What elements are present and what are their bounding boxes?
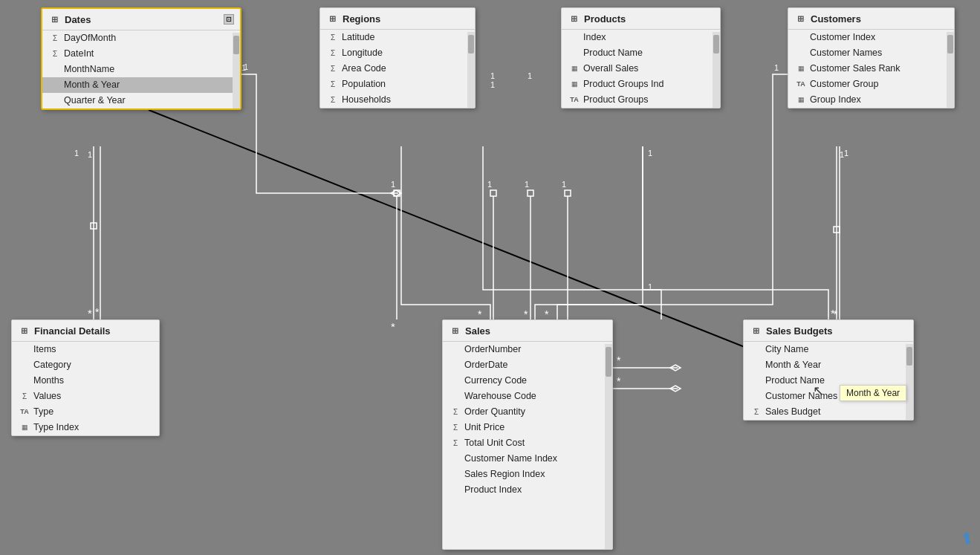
sigma-icon: Σ <box>50 50 60 58</box>
svg-rect-40 <box>91 223 97 229</box>
table-row[interactable]: Σ DateInt <box>42 46 240 62</box>
svg-text:1: 1 <box>844 149 848 158</box>
table-row[interactable]: OrderNumber <box>443 342 612 357</box>
sigma-icon: Σ <box>328 80 338 88</box>
ta-icon: TA <box>19 408 30 415</box>
ta-icon: TA <box>569 96 580 103</box>
regions-title: Regions <box>343 13 380 25</box>
table-row[interactable]: City Name <box>744 342 913 357</box>
svg-marker-12 <box>670 365 681 371</box>
table-row[interactable]: ▦ Group Index <box>788 92 954 108</box>
table-row[interactable]: Σ Order Quantity <box>443 404 612 420</box>
sales-table[interactable]: ⊞ Sales OrderNumber OrderDate Currency C… <box>442 319 613 550</box>
svg-text:*: * <box>95 306 100 318</box>
table-row[interactable]: ▦ Overall Sales <box>562 61 720 77</box>
table-row[interactable]: ▦ Customer Sales Rank <box>788 61 954 77</box>
svg-text:*: * <box>617 354 621 366</box>
table-row[interactable]: Σ Population <box>320 77 475 92</box>
svg-text:*: * <box>391 320 395 333</box>
sigma-icon: Σ <box>450 439 461 447</box>
svg-text:*: * <box>834 308 838 320</box>
table-row[interactable]: Product Name <box>562 45 720 61</box>
chart-icon: ▦ <box>796 65 806 72</box>
table-row[interactable]: Product Index <box>443 482 612 498</box>
table-row[interactable]: Category <box>12 357 159 373</box>
products-title: Products <box>584 13 626 25</box>
sales-budgets-title: Sales Budgets <box>766 325 833 337</box>
table-row[interactable]: Σ Sales Budget <box>744 404 913 420</box>
table-row[interactable]: TA Type <box>12 404 159 420</box>
svg-text:1: 1 <box>774 63 779 72</box>
table-row[interactable]: Σ Latitude <box>320 30 475 45</box>
table-row[interactable]: Customer Names <box>788 45 954 61</box>
sigma-icon: Σ <box>19 392 30 400</box>
customers-title: Customers <box>811 13 861 25</box>
dates-expand-btn[interactable]: ⊡ <box>224 14 234 25</box>
table-row[interactable]: Sales Region Index <box>443 467 612 482</box>
products-table-body: Index Product Name ▦ Overall Sales ▦ Pro… <box>562 30 720 108</box>
svg-text:1: 1 <box>487 180 492 189</box>
table-row[interactable]: OrderDate <box>443 357 612 373</box>
table-row[interactable]: Σ Unit Price <box>443 420 612 435</box>
financial-details-table[interactable]: ⊞ Financial Details Items Category Month… <box>11 319 160 436</box>
ta-icon: TA <box>796 80 806 88</box>
table-row[interactable]: Month & Year <box>744 357 913 373</box>
svg-text:*: * <box>545 308 549 320</box>
svg-text:1: 1 <box>648 149 652 158</box>
table-row[interactable]: Customer Name Index <box>443 451 612 467</box>
table-row[interactable]: Σ Area Code <box>320 61 475 77</box>
table-row[interactable]: Σ Households <box>320 92 475 108</box>
products-table[interactable]: ⊞ Products Index Product Name ▦ Overall … <box>561 7 721 108</box>
customers-table-body: Customer Index Customer Names ▦ Customer… <box>788 30 954 108</box>
svg-text:1: 1 <box>525 180 529 189</box>
regions-table[interactable]: ⊞ Regions Σ Latitude Σ Longitude Σ Area … <box>319 7 476 108</box>
table-row[interactable]: Warehouse Code <box>443 389 612 404</box>
table-icon-sales: ⊞ <box>449 325 461 337</box>
financial-details-body: Items Category Months Σ Values TA Type ▦… <box>12 342 159 435</box>
dates-table[interactable]: ⊞ Dates ⊡ Σ DayOfMonth Σ DateInt MonthNa… <box>41 7 241 110</box>
table-row[interactable]: ▦ Type Index <box>12 420 159 435</box>
chart-icon: ▦ <box>569 80 580 88</box>
financial-details-header: ⊞ Financial Details <box>12 320 159 342</box>
svg-rect-25 <box>528 190 533 196</box>
svg-text:1: 1 <box>528 71 532 80</box>
svg-text:*: * <box>524 308 528 320</box>
sigma-icon: Σ <box>328 96 338 104</box>
table-row[interactable]: Σ Total Unit Cost <box>443 435 612 451</box>
table-icon-regions: ⊞ <box>326 13 338 25</box>
table-row[interactable]: Index <box>562 30 720 45</box>
svg-text:1: 1 <box>648 282 652 291</box>
table-row[interactable]: Σ DayOfMonth <box>42 30 240 46</box>
table-row[interactable]: MonthName <box>42 62 240 77</box>
products-table-header: ⊞ Products <box>562 8 720 30</box>
table-row[interactable]: Σ Values <box>12 389 159 404</box>
table-row[interactable]: Months <box>12 373 159 389</box>
table-row[interactable]: TA Product Groups <box>562 92 720 108</box>
table-row[interactable]: TA Customer Group <box>788 77 954 92</box>
svg-text:1: 1 <box>490 80 495 89</box>
customers-table[interactable]: ⊞ Customers Customer Index Customer Name… <box>788 7 955 108</box>
table-row[interactable]: Items <box>12 342 159 357</box>
sigma-icon: Σ <box>50 34 60 42</box>
svg-rect-26 <box>565 190 571 196</box>
table-row-highlighted[interactable]: Month & Year <box>42 77 240 93</box>
table-icon-sales-budgets: ⊞ <box>750 325 762 337</box>
table-row[interactable]: Quarter & Year <box>42 93 240 108</box>
regions-table-body: Σ Latitude Σ Longitude Σ Area Code Σ Pop… <box>320 30 475 108</box>
table-icon-customers: ⊞ <box>794 13 806 25</box>
financial-title: Financial Details <box>34 325 111 337</box>
table-row[interactable]: Currency Code <box>443 373 612 389</box>
table-row[interactable]: ▦ Product Groups Ind <box>562 77 720 92</box>
sigma-icon: Σ <box>328 65 338 73</box>
sigma-icon: Σ <box>328 49 338 57</box>
table-row[interactable]: Customer Index <box>788 30 954 45</box>
regions-table-header: ⊞ Regions <box>320 8 475 30</box>
svg-text:1: 1 <box>562 180 566 189</box>
svg-text:1: 1 <box>88 150 92 159</box>
table-icon-products: ⊞ <box>568 13 580 25</box>
svg-rect-23 <box>394 190 400 196</box>
sigma-icon: Σ <box>751 408 762 416</box>
table-icon-dates: ⊞ <box>48 13 60 25</box>
sales-budgets-table[interactable]: ⊞ Sales Budgets City Name Month & Year P… <box>743 319 914 421</box>
table-row[interactable]: Σ Longitude <box>320 45 475 61</box>
